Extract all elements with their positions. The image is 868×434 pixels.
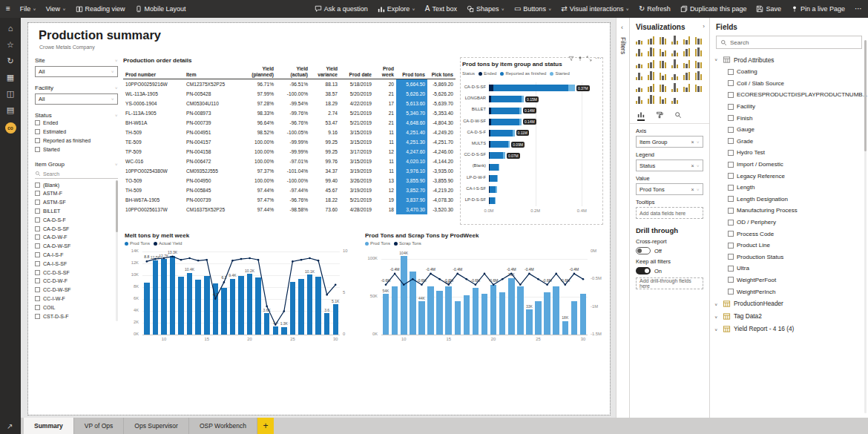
remove-field-icon[interactable]: ×	[691, 139, 694, 145]
status-option-ended[interactable]: Ended	[35, 119, 118, 128]
matrix-icon[interactable]	[669, 82, 680, 93]
axis-well[interactable]: Item Group×∨	[636, 136, 703, 148]
menu-view[interactable]: View∨	[46, 5, 66, 13]
item-group-option-cc-d-w-f[interactable]: CC-D-W-F	[35, 277, 118, 286]
bar-segment[interactable]	[491, 119, 519, 125]
bar-segment[interactable]	[519, 119, 522, 125]
key-influencers-icon[interactable]	[634, 94, 645, 105]
field-item-od-periphery[interactable]: OD / Periphery	[710, 217, 868, 228]
table-row[interactable]: TE-509PN-004157100.00%-99.99%99.253/15/2…	[123, 137, 456, 147]
item-group-option-ca-i-s-f[interactable]: CA-I-S-F	[35, 251, 118, 260]
table-row[interactable]: TH-509PN-00584597.44%-97.44%45.673/19/20…	[123, 185, 456, 195]
melt-tons-by-melt-week-visual[interactable]: Melt tons by melt weekProd TonsActual Yi…	[123, 229, 352, 348]
line-chart-icon[interactable]	[634, 47, 645, 58]
checkbox[interactable]	[728, 173, 734, 179]
100-stacked-column-chart-icon[interactable]	[693, 35, 704, 46]
field-item-length-designation[interactable]: Length Designation	[710, 194, 868, 206]
apps-icon[interactable]: ▦	[7, 73, 14, 82]
home-icon[interactable]: ⌂	[8, 24, 13, 33]
table-row[interactable]: WL-113A-1905PN-00542897.99%-100.00%38.57…	[123, 89, 456, 99]
action-pin-a-live-page[interactable]: Pin a live Page	[791, 5, 845, 13]
bar-segment[interactable]	[568, 85, 575, 91]
fields-scrollbar[interactable]	[864, 40, 867, 413]
bar-segment[interactable]	[490, 130, 513, 137]
checkbox[interactable]	[728, 208, 734, 214]
bar-segment[interactable]	[490, 197, 495, 204]
table-row[interactable]: TH-509PN-00495198.52%-100.05%9.163/15/20…	[123, 128, 456, 137]
item-group-option-cst-d-s-f[interactable]: CST-D-S-F	[35, 312, 118, 320]
checkbox[interactable]	[728, 150, 734, 156]
item-group-option-coil[interactable]: COIL	[35, 303, 118, 312]
field-item-product-line[interactable]: Product Line	[710, 240, 868, 251]
field-item-legacy-reference[interactable]: Legacy Reference	[710, 170, 868, 182]
bar-segment[interactable]	[491, 96, 522, 102]
checkbox[interactable]	[728, 289, 734, 295]
cross-report-toggle[interactable]	[636, 247, 651, 254]
remove-field-icon[interactable]: ×	[691, 163, 694, 168]
bar-segment[interactable]	[493, 85, 568, 91]
checkbox[interactable]	[35, 183, 40, 188]
checkbox[interactable]	[728, 115, 734, 121]
prod-tons-by-item-group-visual[interactable]: ⋯Prod tons by item group and statusStatu…	[460, 57, 603, 225]
kpi-icon[interactable]	[634, 82, 645, 93]
table-row[interactable]: 10PPO00259216WCM12375X52P2596.71%-96.51%…	[123, 79, 456, 89]
checkbox[interactable]	[35, 252, 40, 257]
bar-segment[interactable]	[519, 108, 522, 114]
table-row[interactable]: YS-0006-1904CM05304U11097.28%-99.54%18.2…	[123, 99, 456, 108]
checkbox[interactable]	[35, 314, 40, 319]
new-page-button[interactable]: +	[257, 418, 274, 434]
page-tab-vp-of-ops[interactable]: VP of Ops	[74, 418, 125, 434]
remove-field-icon[interactable]: ×	[691, 187, 694, 192]
bar-segment[interactable]	[491, 108, 519, 114]
item-group-search[interactable]: Search	[35, 169, 118, 179]
field-item-process-code[interactable]: Process Code	[710, 228, 868, 240]
expand-icon[interactable]: ↗	[7, 422, 13, 430]
field-item-hydro-test[interactable]: Hydro Test	[710, 147, 868, 159]
item-group-option-cc-d-s-sf[interactable]: CC-D-S-SF	[35, 268, 118, 277]
keep-all-filters-toggle[interactable]	[636, 267, 651, 274]
bar-segment[interactable]	[508, 141, 510, 148]
facility-slicer-header[interactable]: Facility∨	[35, 85, 118, 91]
stacked-column-chart-icon[interactable]	[645, 35, 657, 46]
bar-segment[interactable]	[496, 186, 496, 193]
field-item-production-status[interactable]: Production Status	[710, 251, 868, 263]
bar-segment[interactable]	[490, 175, 497, 182]
column-header-yield-actual[interactable]: Yield (actual)	[276, 66, 310, 79]
checkbox[interactable]	[35, 208, 40, 214]
q-and-a-icon[interactable]	[657, 94, 668, 105]
card-icon[interactable]	[681, 70, 692, 82]
nav-menu-icon[interactable]: ≡	[6, 5, 10, 13]
analytics-tab[interactable]	[674, 111, 682, 120]
field-table-prod-attributes[interactable]: ∨Prod Attributes	[710, 53, 868, 66]
item-group-option-ca-d-s-f[interactable]: CA-D-S-F	[35, 215, 118, 224]
column-header-item[interactable]: Item	[184, 66, 242, 79]
map-icon[interactable]	[634, 70, 645, 82]
focus-icon[interactable]	[586, 56, 592, 62]
table-icon[interactable]	[657, 82, 668, 93]
workspace-avatar[interactable]: co	[5, 122, 16, 134]
item-group-option-cc-i-w-f[interactable]: CC-I-W-F	[35, 295, 118, 303]
field-table-yield-report-4-16-4[interactable]: ∨Yield Report - 4 16 (4)	[710, 323, 868, 335]
100-stacked-bar-chart-icon[interactable]	[681, 35, 692, 46]
bar-segment[interactable]	[497, 175, 498, 182]
column-header-prod-week[interactable]: Prod week	[374, 66, 396, 79]
checkbox[interactable]	[728, 127, 734, 133]
checkbox[interactable]	[728, 196, 734, 202]
checkbox[interactable]	[728, 277, 734, 283]
field-item-gauge[interactable]: Gauge	[710, 124, 868, 136]
checkbox[interactable]	[728, 69, 734, 75]
column-header-pick-tons[interactable]: Pick tons	[427, 66, 456, 79]
field-item-manufacturing-process[interactable]: Manufacturing Process	[710, 205, 868, 217]
bar-segment[interactable]	[495, 197, 496, 204]
action-more[interactable]: ⋯	[855, 5, 862, 13]
prod-and-scrap-tons-visual[interactable]: Prod Tons and Scrap Tons by ProdWeekProd…	[364, 229, 604, 348]
checkbox[interactable]	[35, 191, 40, 196]
funnel-chart-icon[interactable]	[645, 59, 657, 70]
multi-row-card-icon[interactable]	[693, 70, 704, 82]
field-table-productionheader[interactable]: ∨ProductionHeader	[710, 297, 868, 310]
bar-segment[interactable]	[503, 152, 505, 159]
line-and-clustered-column-chart-icon[interactable]	[681, 47, 692, 58]
legend-well[interactable]: Status×∨	[636, 160, 703, 171]
bar-segment[interactable]	[522, 96, 524, 102]
favorites-icon[interactable]: ☆	[7, 41, 14, 49]
